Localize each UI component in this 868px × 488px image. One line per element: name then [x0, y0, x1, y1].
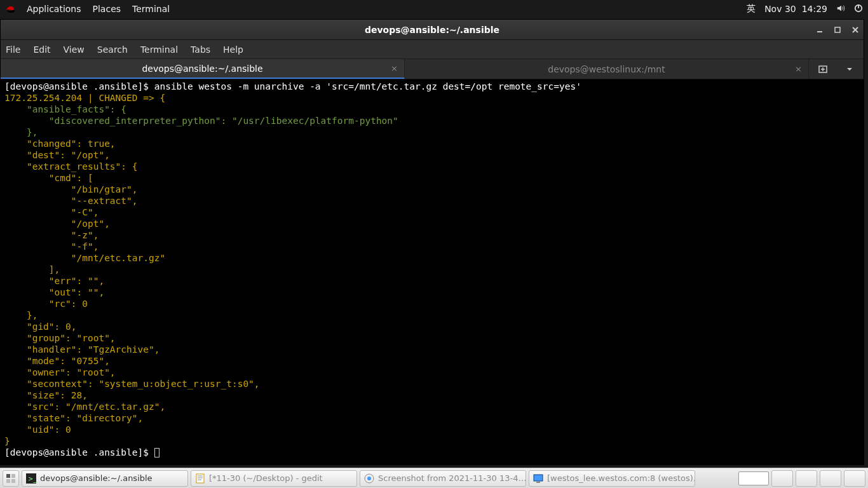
- volume-icon[interactable]: [836, 4, 845, 15]
- input-method-indicator[interactable]: 英: [747, 3, 756, 15]
- svg-rect-12: [11, 479, 15, 483]
- tab-2-label: devops@westoslinux:/mnt: [548, 64, 665, 74]
- minimize-button[interactable]: [815, 25, 824, 34]
- clock-date[interactable]: Nov 30 14:29: [764, 4, 827, 14]
- out-l7: "cmd": [: [4, 173, 93, 183]
- out-l15: ],: [4, 264, 60, 274]
- tray-button-1[interactable]: [771, 470, 793, 487]
- out-l20: "gid": 0,: [4, 322, 77, 332]
- task-screenshot-label: Screenshot from 2021-11-30 13-4…: [378, 473, 526, 483]
- out-l1: "ansible_facts": {: [4, 104, 126, 114]
- tab-1-label: devops@ansible:~/.ansible: [142, 64, 262, 74]
- out-l26: "size": 28,: [4, 390, 88, 400]
- out-l24: "owner": "root",: [4, 367, 116, 377]
- bottom-taskbar: >_ devops@ansible:~/.ansible [*11-30 (~/…: [0, 468, 868, 488]
- svg-rect-21: [534, 475, 543, 481]
- svg-rect-3: [835, 27, 840, 32]
- out-l30: }: [4, 436, 10, 446]
- tray-empty-1[interactable]: [738, 471, 769, 485]
- terminal-output[interactable]: [devops@ansible .ansible]$ ansible westo…: [1, 79, 864, 464]
- close-button[interactable]: [851, 25, 860, 34]
- menu-edit[interactable]: Edit: [33, 44, 50, 55]
- out-l2: "discovered_interpreter_python": "/usr/l…: [4, 116, 398, 126]
- out-l3: },: [4, 127, 37, 137]
- menu-view[interactable]: View: [64, 44, 85, 55]
- out-l22: "handler": "TgzArchive",: [4, 344, 159, 355]
- out-l9: "--extract",: [4, 196, 138, 206]
- workspace-switcher-button[interactable]: [3, 470, 19, 487]
- out-l27: "src": "/mnt/etc.tar.gz",: [4, 402, 165, 412]
- out-l18: "rc": 0: [4, 299, 88, 309]
- menu-file[interactable]: File: [6, 44, 20, 55]
- menu-search[interactable]: Search: [97, 44, 128, 55]
- tab-2-close-icon[interactable]: ×: [795, 64, 802, 74]
- command-text: ansible westos -m unarchive -a 'src=/mnt…: [154, 81, 581, 92]
- tab-1-close-icon[interactable]: ×: [391, 64, 398, 73]
- tray-button-3[interactable]: [820, 470, 841, 487]
- out-l23: "mode": "0755",: [4, 356, 110, 366]
- out-l13: "-f",: [4, 241, 98, 252]
- out-l12: "-z",: [4, 230, 98, 240]
- out-l6: "extract_results": {: [4, 161, 138, 172]
- menu-help[interactable]: Help: [223, 44, 243, 55]
- out-l25: "secontext": "system_u:object_r:usr_t:s0…: [4, 379, 260, 389]
- task-vnc-label: [westos_lee.westos.com:8 (westos)…: [547, 473, 695, 483]
- menu-tabs[interactable]: Tabs: [191, 44, 210, 55]
- terminal-window: devops@ansible:~/.ansible File Edit View…: [0, 19, 864, 465]
- task-screenshot[interactable]: Screenshot from 2021-11-30 13-4…: [360, 470, 526, 487]
- task-terminal[interactable]: >_ devops@ansible:~/.ansible: [22, 470, 188, 487]
- svg-rect-15: [196, 474, 204, 483]
- menu-terminal[interactable]: Terminal: [132, 4, 170, 14]
- svg-rect-9: [6, 474, 10, 478]
- svg-rect-22: [536, 482, 540, 483]
- menu-applications[interactable]: Applications: [27, 4, 81, 14]
- out-l28: "state": "directory",: [4, 413, 143, 423]
- new-tab-icon[interactable]: [818, 64, 828, 74]
- cursor-icon: [154, 448, 159, 458]
- window-titlebar[interactable]: devops@ansible:~/.ansible: [1, 20, 864, 40]
- window-title: devops@ansible:~/.ansible: [1, 25, 864, 35]
- svg-point-20: [367, 477, 371, 480]
- tray-button-4[interactable]: [844, 470, 865, 487]
- out-l14: "/mnt/etc.tar.gz": [4, 253, 165, 263]
- out-l8: "/bin/gtar",: [4, 184, 138, 194]
- out-l4: "changed": true,: [4, 139, 116, 149]
- out-l29: "uid": 0: [4, 424, 71, 435]
- status-line: 172.25.254.204 | CHANGED => {: [4, 93, 165, 103]
- out-l16: "err": "",: [4, 276, 104, 286]
- maximize-button[interactable]: [833, 25, 842, 34]
- task-gedit[interactable]: [*11-30 (~/Desktop) - gedit: [191, 470, 357, 487]
- tab-menu-chevron-icon[interactable]: [846, 65, 853, 73]
- tab-2[interactable]: devops@westoslinux:/mnt ×: [405, 59, 809, 79]
- tab-bar: devops@ansible:~/.ansible × devops@westo…: [1, 59, 864, 79]
- out-l10: "-C",: [4, 207, 98, 217]
- svg-rect-10: [11, 474, 15, 478]
- tab-1[interactable]: devops@ansible:~/.ansible ×: [1, 59, 405, 79]
- task-gedit-label: [*11-30 (~/Desktop) - gedit: [209, 473, 323, 483]
- out-l17: "out": "",: [4, 287, 104, 297]
- menu-terminal[interactable]: Terminal: [140, 44, 178, 55]
- task-terminal-label: devops@ansible:~/.ansible: [40, 473, 153, 483]
- prompt-1: [devops@ansible .ansible]$: [4, 81, 154, 92]
- menu-places[interactable]: Places: [93, 4, 121, 14]
- svg-text:>_: >_: [28, 475, 36, 483]
- out-l21: "group": "root",: [4, 333, 116, 343]
- power-icon[interactable]: [854, 4, 863, 15]
- out-l11: "/opt",: [4, 219, 110, 229]
- task-vnc[interactable]: [westos_lee.westos.com:8 (westos)…: [529, 470, 695, 487]
- redhat-logo-icon: [5, 4, 15, 14]
- gnome-top-panel: Applications Places Terminal 英 Nov 30 14…: [0, 0, 868, 18]
- menubar: File Edit View Search Terminal Tabs Help: [1, 40, 864, 59]
- out-l19: },: [4, 310, 37, 320]
- out-l5: "dest": "/opt",: [4, 150, 110, 160]
- prompt-2: [devops@ansible .ansible]$: [4, 447, 154, 458]
- svg-rect-11: [6, 479, 10, 483]
- tray-button-2[interactable]: [796, 470, 817, 487]
